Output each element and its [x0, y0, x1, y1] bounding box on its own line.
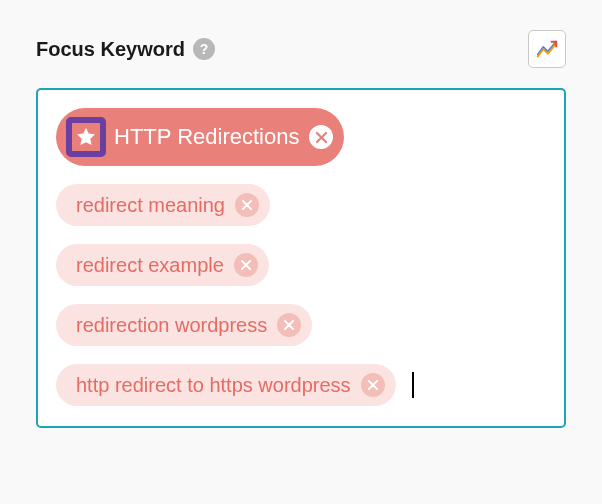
remove-keyword-button[interactable]: [361, 373, 385, 397]
header-left: Focus Keyword ?: [36, 38, 215, 61]
secondary-keyword-tag[interactable]: redirect example: [56, 244, 269, 286]
close-icon: [368, 380, 378, 390]
keyword-label: http redirect to https wordpress: [76, 375, 351, 395]
keyword-label: redirection wordpress: [76, 315, 267, 335]
primary-keyword-tag[interactable]: HTTP Redirections: [56, 108, 344, 166]
remove-keyword-button[interactable]: [235, 193, 259, 217]
remove-keyword-button[interactable]: [277, 313, 301, 337]
trends-button[interactable]: [528, 30, 566, 68]
keyword-label: redirect example: [76, 255, 224, 275]
primary-keyword-star-highlight: [66, 117, 106, 157]
close-icon: [242, 200, 252, 210]
secondary-keyword-tag[interactable]: redirect meaning: [56, 184, 270, 226]
secondary-keyword-tag[interactable]: http redirect to https wordpress: [56, 364, 396, 406]
star-icon: [75, 126, 97, 148]
keyword-input-box[interactable]: HTTP Redirections redirect meaning redir…: [36, 88, 566, 428]
last-row: http redirect to https wordpress: [56, 364, 414, 406]
keyword-label: HTTP Redirections: [114, 126, 299, 148]
trends-icon: [536, 38, 558, 60]
keyword-label: redirect meaning: [76, 195, 225, 215]
help-icon[interactable]: ?: [193, 38, 215, 60]
close-icon: [316, 132, 327, 143]
secondary-keyword-tag[interactable]: redirection wordpress: [56, 304, 312, 346]
close-icon: [241, 260, 251, 270]
remove-keyword-button[interactable]: [234, 253, 258, 277]
close-icon: [284, 320, 294, 330]
section-title: Focus Keyword: [36, 38, 185, 61]
remove-keyword-button[interactable]: [309, 125, 333, 149]
text-cursor: [412, 372, 414, 398]
section-header: Focus Keyword ?: [36, 30, 566, 68]
